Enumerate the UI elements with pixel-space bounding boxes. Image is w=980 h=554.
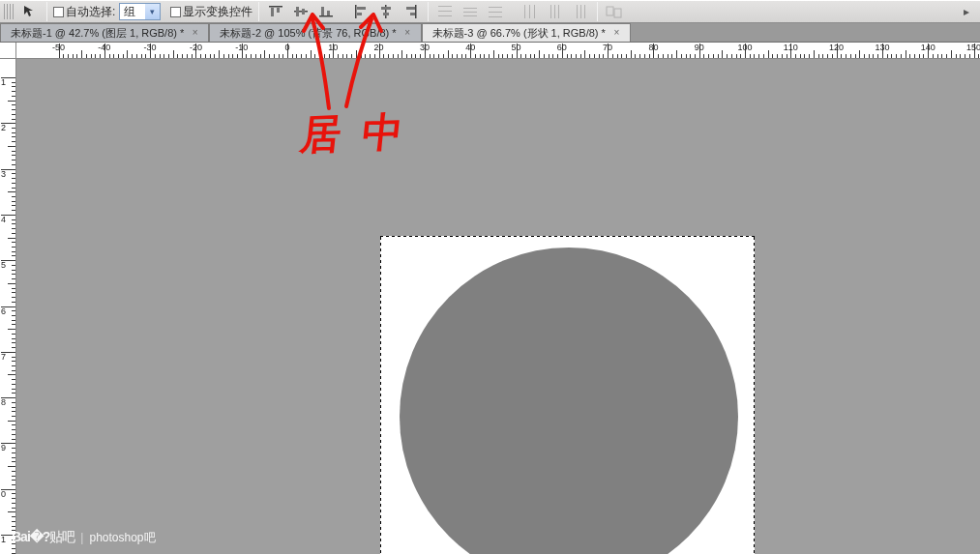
align-horizontal-centers-button[interactable]	[375, 2, 397, 21]
svg-rect-29	[534, 5, 535, 18]
svg-rect-37	[614, 9, 621, 17]
svg-rect-18	[438, 6, 452, 7]
watermark: Bai�?贴吧 | photoshop吧	[12, 529, 156, 546]
tab-title: 未标题-3 @ 66.7% (形状 1, RGB/8) *	[432, 26, 606, 41]
document-tab-2[interactable]: 未标题-2 @ 105% (背景 76, RGB/8) * ×	[209, 23, 421, 42]
document-tab-3[interactable]: 未标题-3 @ 66.7% (形状 1, RGB/8) * ×	[422, 23, 631, 42]
align-top-edges-button[interactable]	[265, 2, 286, 21]
watermark-logo: Bai�?贴吧	[12, 529, 74, 546]
separator	[597, 2, 598, 21]
distribute-right-button[interactable]	[570, 2, 591, 21]
checkbox-icon	[53, 7, 64, 17]
distribute-vcenter-button[interactable]	[460, 2, 481, 21]
auto-select-label: 自动选择:	[66, 4, 115, 20]
close-icon[interactable]: ×	[190, 28, 200, 39]
svg-rect-6	[319, 15, 333, 17]
align-bottom-edges-button[interactable]	[315, 2, 337, 21]
auto-select-checkbox[interactable]: 自动选择:	[53, 4, 115, 20]
show-transform-checkbox[interactable]: 显示变换控件	[170, 4, 252, 20]
svg-rect-16	[406, 7, 415, 10]
svg-rect-33	[577, 5, 578, 18]
dropdown-value: 组	[124, 4, 135, 20]
align-left-edges-button[interactable]	[350, 2, 371, 21]
svg-rect-1	[271, 8, 274, 16]
tab-title: 未标题-2 @ 105% (背景 76, RGB/8) *	[220, 26, 396, 41]
document-tab-1[interactable]: 未标题-1 @ 42.7% (图层 1, RGB/8) * ×	[0, 23, 209, 42]
checkbox-icon	[170, 7, 181, 17]
svg-rect-35	[584, 5, 585, 18]
svg-rect-20	[438, 15, 452, 16]
svg-rect-9	[355, 5, 357, 18]
distribute-hcenter-button[interactable]	[545, 2, 566, 21]
horizontal-ruler[interactable]: -50-40-30-20-100102030405060708090100110…	[16, 43, 980, 59]
options-flyout-icon[interactable]: ▸	[959, 1, 974, 22]
auto-select-target-dropdown[interactable]: 组 ▾	[119, 3, 161, 20]
canvas-area[interactable]	[16, 43, 980, 554]
svg-rect-24	[489, 7, 502, 8]
tab-title: 未标题-1 @ 42.7% (图层 1, RGB/8) *	[11, 26, 184, 41]
svg-rect-28	[529, 5, 530, 18]
svg-rect-25	[489, 12, 502, 13]
svg-rect-14	[383, 13, 389, 15]
align-vertical-centers-button[interactable]	[290, 2, 312, 21]
workspace: 12345678901	[0, 43, 980, 554]
svg-rect-32	[558, 5, 559, 18]
distribute-top-button[interactable]	[434, 2, 456, 21]
separator	[428, 2, 429, 21]
svg-rect-0	[269, 6, 282, 8]
show-transform-label: 显示变换控件	[183, 4, 252, 20]
svg-rect-27	[524, 5, 525, 18]
svg-rect-30	[550, 5, 551, 18]
auto-align-layers-button[interactable]	[604, 2, 625, 21]
distribute-left-button[interactable]	[520, 2, 541, 21]
svg-rect-8	[327, 11, 330, 15]
svg-rect-22	[463, 12, 477, 13]
move-tool-options-bar: 自动选择: 组 ▾ 显示变换控件 ▸	[0, 0, 980, 23]
svg-rect-17	[410, 13, 415, 15]
vertical-ruler[interactable]: 12345678901	[0, 43, 16, 554]
svg-rect-7	[321, 7, 324, 15]
chevron-down-icon: ▾	[145, 4, 160, 19]
separator	[258, 2, 259, 21]
svg-rect-15	[415, 5, 417, 18]
svg-rect-4	[296, 7, 299, 16]
svg-rect-10	[357, 7, 366, 10]
svg-rect-13	[381, 7, 391, 10]
svg-rect-5	[302, 9, 305, 15]
close-icon[interactable]: ×	[402, 28, 413, 39]
svg-rect-31	[554, 5, 555, 18]
move-tool-icon[interactable]	[19, 2, 41, 21]
close-icon[interactable]: ×	[611, 28, 622, 39]
watermark-divider: |	[80, 531, 83, 544]
svg-rect-2	[277, 8, 280, 13]
svg-rect-19	[438, 11, 452, 12]
document-tabs: 未标题-1 @ 42.7% (图层 1, RGB/8) * × 未标题-2 @ …	[0, 23, 980, 43]
svg-rect-26	[489, 16, 502, 17]
svg-rect-34	[580, 5, 581, 18]
svg-rect-21	[463, 8, 477, 9]
separator	[46, 2, 47, 21]
toolbar-grip[interactable]	[4, 4, 14, 19]
svg-rect-36	[607, 7, 613, 15]
ruler-origin[interactable]	[0, 43, 16, 59]
svg-rect-11	[357, 13, 362, 15]
watermark-sub: photoshop吧	[89, 530, 155, 546]
svg-rect-23	[463, 15, 477, 16]
align-right-edges-button[interactable]	[401, 2, 422, 21]
distribute-bottom-button[interactable]	[485, 2, 506, 21]
